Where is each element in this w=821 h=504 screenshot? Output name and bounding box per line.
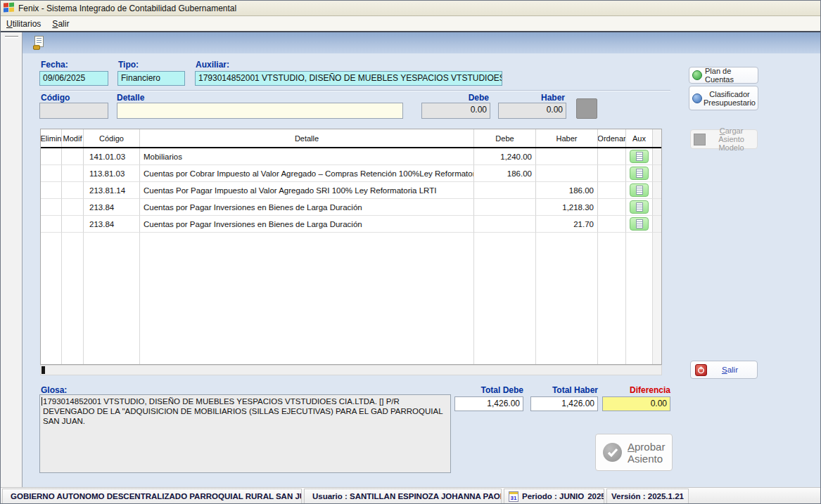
- cell-haber: 186.00: [536, 182, 598, 199]
- clasificador-presupuestario-button[interactable]: ClasificadorPresupuestario: [689, 86, 758, 110]
- cell-elimin[interactable]: [41, 216, 62, 233]
- cell-blank: [653, 165, 662, 182]
- header-haber[interactable]: Haber: [536, 129, 598, 147]
- voucher-document-icon[interactable]: [33, 36, 45, 50]
- period-text: Periodo : JUNIO: [522, 492, 584, 500]
- notepad-icon: [636, 202, 643, 212]
- app-logo-icon: [4, 2, 15, 13]
- user-text: Usuario : SANTILLAN ESPINOZA JOHANNA PAO…: [312, 492, 502, 500]
- table-header-row: Elimin Modif Código Detalle Debe Haber O…: [41, 129, 661, 148]
- header-modif[interactable]: Modif: [62, 129, 84, 147]
- plan-de-cuentas-label: Plan de Cuentas: [705, 67, 755, 84]
- table-row[interactable]: 141.01.03 Mobiliarios 1,240.00: [41, 148, 661, 165]
- cargar-asiento-modelo-button[interactable]: Cargar AsientoModelo: [690, 129, 758, 149]
- scrollbar-thumb[interactable]: [42, 366, 45, 374]
- version-text: Versión : 2025.1.21: [611, 492, 684, 500]
- menu-utilitarios[interactable]: Utilitarios: [1, 18, 46, 30]
- header-ordenar[interactable]: Ordenar: [598, 129, 626, 147]
- green-sphere-icon: [692, 70, 702, 80]
- cell-modif[interactable]: [62, 165, 84, 182]
- clasificador-label: ClasificadorPresupuestario: [704, 90, 756, 107]
- header-elimin[interactable]: Elimin: [41, 129, 62, 147]
- total-haber-field: 1,426.00: [530, 396, 598, 411]
- add-line-button[interactable]: [576, 98, 597, 119]
- cell-detalle: Cuentas por Cobrar Impuesto al Valor Agr…: [140, 165, 474, 182]
- table-horizontal-scrollbar[interactable]: [40, 365, 662, 375]
- form-separator: [39, 90, 670, 91]
- haber-label: Haber: [498, 93, 565, 103]
- glosa-textarea[interactable]: 1793014852001 VTSTUDIO, DISEÑO DE MUEBLE…: [39, 394, 451, 473]
- aux-button[interactable]: [630, 217, 649, 231]
- glosa-text: 1793014852001 VTSTUDIO, DISEÑO DE MUEBLE…: [43, 397, 443, 425]
- aprobar-asiento-button[interactable]: AprobarAsiento: [595, 434, 673, 471]
- left-panel[interactable]: [1, 32, 23, 487]
- cell-elimin[interactable]: [41, 148, 62, 165]
- cell-ordenar[interactable]: [598, 199, 626, 216]
- diferencia-field: 0.00: [602, 396, 670, 411]
- status-entity: GOBIERNO AUTONOMO DESCENTRALIZADO PARROQ…: [2, 489, 302, 504]
- cell-modif[interactable]: [62, 148, 84, 165]
- salir-button[interactable]: Salir: [690, 361, 758, 379]
- aux-button[interactable]: [630, 183, 649, 197]
- header-detalle[interactable]: Detalle: [140, 129, 474, 147]
- auxiliar-label: Auxiliar:: [196, 60, 229, 70]
- cell-ordenar[interactable]: [598, 182, 626, 199]
- menu-salir[interactable]: Salir: [46, 18, 75, 30]
- tipo-field[interactable]: Financiero: [117, 71, 185, 86]
- notepad-icon: [636, 152, 643, 161]
- cell-elimin[interactable]: [41, 165, 62, 182]
- entries-table: Elimin Modif Código Detalle Debe Haber O…: [40, 129, 662, 365]
- table-row[interactable]: 213.84 Cuentas por Pagar Inversiones en …: [41, 216, 661, 233]
- cell-modif[interactable]: [62, 182, 84, 199]
- header-debe[interactable]: Debe: [474, 129, 536, 147]
- haber-input[interactable]: 0.00: [498, 103, 566, 119]
- table-row[interactable]: 113.81.03 Cuentas por Cobrar Impuesto al…: [41, 165, 661, 182]
- detalle-input[interactable]: [117, 103, 403, 119]
- debe-input[interactable]: 0.00: [421, 103, 490, 119]
- header-aux[interactable]: Aux: [626, 129, 653, 147]
- cell-debe: 1,240.00: [474, 148, 536, 165]
- panel-grip[interactable]: [5, 36, 18, 38]
- codigo-input[interactable]: [39, 103, 108, 119]
- fecha-field[interactable]: 09/06/2025: [39, 71, 108, 86]
- cell-aux: [626, 216, 653, 233]
- total-debe-field: 1,426.00: [454, 396, 523, 411]
- cell-detalle: Cuentas por Pagar Inversiones en Bienes …: [140, 199, 474, 216]
- auxiliar-field[interactable]: 1793014852001 VTSTUDIO, DISEÑO DE MUEBLE…: [195, 71, 502, 86]
- cell-ordenar[interactable]: [598, 148, 626, 165]
- cell-haber: 1,218.30: [536, 199, 598, 216]
- cell-elimin[interactable]: [41, 182, 62, 199]
- status-bar: GOBIERNO AUTONOMO DESCENTRALIZADO PARROQ…: [1, 487, 821, 504]
- table-row[interactable]: 213.81.14 Cuentas Por Pagar Impuesto al …: [41, 182, 661, 199]
- cell-debe: [474, 199, 536, 216]
- aprobar-label: AprobarAsiento: [628, 441, 665, 465]
- total-debe-label: Total Debe: [454, 385, 523, 395]
- cell-blank: [653, 148, 662, 165]
- cell-codigo: 213.84: [84, 216, 140, 233]
- detalle-label: Detalle: [117, 93, 144, 103]
- glosa-label: Glosa:: [41, 385, 67, 395]
- cell-blank: [653, 216, 662, 233]
- cell-ordenar[interactable]: [598, 216, 626, 233]
- text-caret: [42, 397, 42, 406]
- cell-blank: [653, 182, 662, 199]
- plan-de-cuentas-button[interactable]: Plan de Cuentas: [689, 67, 758, 84]
- diferencia-label: Diferencia: [602, 385, 670, 395]
- cell-detalle: Cuentas por Pagar Inversiones en Bienes …: [140, 216, 474, 233]
- cell-modif[interactable]: [62, 199, 84, 216]
- cell-elimin[interactable]: [41, 199, 62, 216]
- cell-debe: 186.00: [474, 165, 536, 182]
- cell-debe: [474, 182, 536, 199]
- header-codigo[interactable]: Código: [84, 129, 140, 147]
- aux-button[interactable]: [630, 150, 649, 163]
- table-row[interactable]: 213.84 Cuentas por Pagar Inversiones en …: [41, 199, 661, 216]
- cell-blank: [653, 199, 662, 216]
- cell-ordenar[interactable]: [598, 165, 626, 182]
- check-icon: [603, 443, 622, 462]
- aux-button[interactable]: [630, 200, 649, 214]
- cell-modif[interactable]: [62, 216, 84, 233]
- aux-button[interactable]: [630, 167, 649, 180]
- cell-aux: [626, 148, 653, 165]
- cell-debe: [474, 216, 536, 233]
- gray-square-icon: [694, 134, 706, 146]
